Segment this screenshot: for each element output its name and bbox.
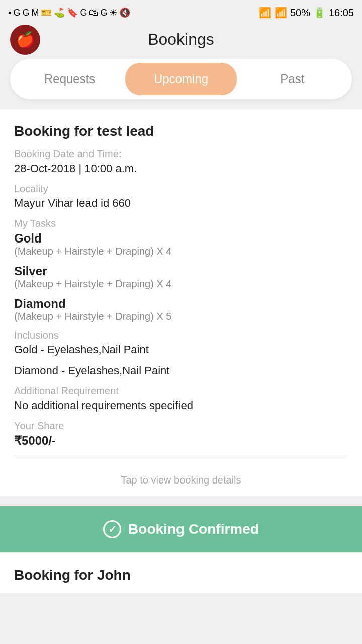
booking-card-1: Booking for test lead Booking Date and T…: [0, 109, 362, 496]
booking-card-2: Booking for John: [0, 552, 362, 593]
task-silver: Silver (Makeup + Hairstyle + Draping) X …: [14, 264, 348, 290]
share-value: ₹5000/-: [14, 434, 348, 448]
tap-to-view-link[interactable]: Tap to view booking details: [14, 464, 348, 496]
date-value: 28-Oct-2018 | 10:00 a.m.: [14, 162, 348, 175]
clock: 16:05: [329, 7, 354, 19]
confirm-text: Booking Confirmed: [128, 521, 259, 537]
task-gold-name: Gold: [14, 231, 348, 246]
app-icon-4: ⛳: [54, 7, 65, 18]
app-icon-8: G: [100, 8, 107, 18]
battery-icon: 🔋: [313, 7, 326, 19]
status-bar: ▪ G G M 🎫 ⛳ 🔖 G 🛍 G ☀ 🔇 📶 📶 50% 🔋 16:05: [0, 0, 362, 25]
app-icon-2: M: [31, 8, 39, 18]
share-label: Your Share: [14, 420, 348, 432]
wifi-icon: 📶: [259, 7, 272, 19]
date-label: Booking Date and Time:: [14, 148, 348, 160]
page-title: Bookings: [148, 30, 214, 49]
tab-past[interactable]: Past: [237, 63, 348, 95]
app-icon-3: 🎫: [41, 7, 52, 18]
notification-icon: ▪: [8, 8, 11, 18]
locality-label: Locality: [14, 183, 348, 195]
booking-title-1: Booking for test lead: [14, 123, 348, 139]
app-icon-9: ☀: [109, 7, 117, 18]
confirm-check-icon: ✓: [103, 520, 121, 538]
task-silver-name: Silver: [14, 264, 348, 278]
task-silver-detail: (Makeup + Hairstyle + Draping) X 4: [14, 278, 348, 290]
battery-level: 50%: [290, 7, 310, 19]
signal-icon: 📶: [275, 7, 287, 19]
status-left-icons: ▪ G G M 🎫 ⛳ 🔖 G 🛍 G ☀ 🔇: [8, 7, 130, 18]
google-icon: G: [13, 8, 20, 18]
booking-title-2: Booking for John: [14, 567, 348, 583]
task-gold: Gold (Makeup + Hairstyle + Draping) X 4: [14, 231, 348, 257]
divider: [14, 456, 348, 456]
inclusions-label: Inclusions: [14, 330, 348, 341]
locality-value: Mayur Vihar lead id 660: [14, 197, 348, 210]
task-gold-detail: (Makeup + Hairstyle + Draping) X 4: [14, 246, 348, 257]
app-icon-6: G: [80, 8, 87, 18]
avatar: 🍎: [10, 25, 40, 55]
task-diamond: Diamond (Makeup + Hairstyle + Draping) X…: [14, 297, 348, 323]
inclusions-line-1: Gold - Eyelashes,Nail Paint: [14, 343, 348, 356]
avatar-icon: 🍎: [16, 31, 35, 48]
tab-requests[interactable]: Requests: [14, 63, 125, 95]
additional-label: Additional Requirement: [14, 385, 348, 397]
tab-bar: Requests Upcoming Past: [10, 59, 352, 99]
app-icon-7: 🛍: [89, 8, 98, 18]
app-icon-5: 🔖: [67, 7, 78, 18]
tasks-label: My Tasks: [14, 218, 348, 229]
header: 🍎 Bookings: [0, 25, 362, 59]
task-diamond-name: Diamond: [14, 297, 348, 311]
booking-confirmed-button[interactable]: ✓ Booking Confirmed: [0, 506, 362, 552]
inclusions-line-2: Diamond - Eyelashes,Nail Paint: [14, 364, 348, 377]
tab-upcoming[interactable]: Upcoming: [125, 63, 236, 95]
app-icon-1: G: [22, 8, 29, 18]
additional-value: No additional requirements specified: [14, 399, 348, 412]
mute-icon: 🔇: [119, 7, 130, 18]
task-diamond-detail: (Makeup + Hairstyle + Draping) X 5: [14, 311, 348, 323]
status-right-area: 📶 📶 50% 🔋 16:05: [259, 7, 354, 19]
